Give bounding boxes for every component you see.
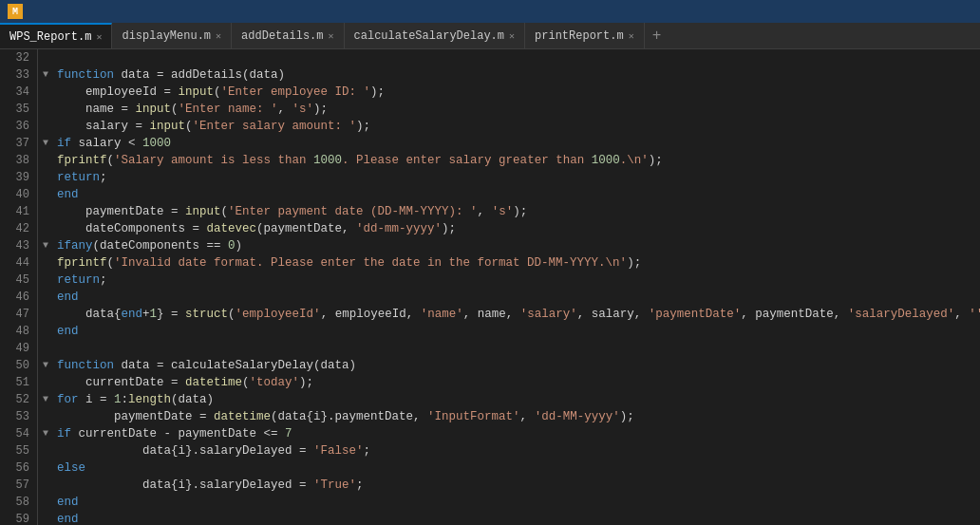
code-line: name = input('Enter name: ', 's'); (57, 101, 980, 118)
line-number: 39 (8, 169, 29, 186)
line-number: 52 (8, 391, 29, 408)
code-line: function data = addDetails(data) (57, 66, 980, 84)
line-number: 58 (8, 494, 29, 511)
collapse-marker (38, 408, 53, 425)
line-number: 47 (8, 306, 29, 323)
line-number: 32 (8, 49, 29, 66)
line-number: 45 (8, 272, 29, 289)
code-line: fprintf('Salary amount is less than 1000… (57, 152, 980, 169)
collapse-marker[interactable]: ▼ (38, 237, 53, 254)
tab-printReport-m[interactable]: printReport.m✕ (525, 23, 645, 48)
collapse-marker (38, 340, 53, 357)
line-number: 35 (8, 101, 29, 118)
line-number: 36 (8, 118, 29, 135)
code-line (57, 49, 980, 66)
tab-label: printReport.m (535, 29, 624, 43)
collapse-marker (38, 477, 53, 494)
editor-icon: M (8, 4, 23, 19)
tab-label: WPS_Report.m (9, 30, 91, 44)
line-number: 40 (8, 186, 29, 203)
line-number: 51 (8, 374, 29, 391)
code-line: if any(dateComponents == 0) (57, 237, 980, 254)
collapse-marker (38, 374, 53, 391)
tab-close-icon[interactable]: ✕ (96, 31, 102, 43)
code-line: data{i}.salaryDelayed = 'True'; (57, 477, 980, 494)
collapse-marker[interactable]: ▼ (38, 357, 53, 374)
line-number: 38 (8, 152, 29, 169)
add-tab-button[interactable]: + (645, 23, 669, 48)
line-numbers: 3233343536373839404142434445464748495051… (0, 49, 38, 525)
line-number: 59 (8, 511, 29, 525)
code-line: function data = calculateSalaryDelay(dat… (57, 357, 980, 374)
tab-close-icon[interactable]: ✕ (629, 30, 634, 42)
code-line: data{i}.salaryDelayed = 'False'; (57, 442, 980, 459)
code-line: if salary < 1000 (57, 135, 980, 152)
code-line: fprintf('Invalid date format. Please ent… (57, 254, 980, 272)
line-number: 50 (8, 357, 29, 374)
line-number: 46 (8, 289, 29, 306)
collapse-marker (38, 186, 53, 203)
code-line: for i = 1:length(data) (57, 391, 980, 408)
tab-WPS_Report-m[interactable]: WPS_Report.m✕ (0, 23, 112, 48)
collapse-marker (38, 152, 53, 169)
code-line: end (57, 494, 980, 511)
code-line: end (57, 289, 980, 306)
collapse-marker (38, 289, 53, 306)
code-line (57, 340, 980, 357)
code-line: end (57, 323, 980, 340)
code-line: data{end+1} = struct('employeeId', emplo… (57, 306, 980, 323)
collapse-markers[interactable]: ▼▼▼▼▼▼ (38, 49, 53, 525)
line-number: 56 (8, 459, 29, 477)
collapse-marker[interactable]: ▼ (38, 135, 53, 152)
collapse-marker[interactable]: ▼ (38, 66, 53, 84)
tab-displayMenu-m[interactable]: displayMenu.m✕ (112, 23, 232, 48)
collapse-marker[interactable]: ▼ (38, 425, 53, 442)
line-number: 44 (8, 254, 29, 272)
collapse-marker (38, 101, 53, 118)
code-line: end (57, 511, 980, 525)
code-line: employeeId = input('Enter employee ID: '… (57, 84, 980, 101)
line-number: 37 (8, 135, 29, 152)
code-line: salary = input('Enter salary amount: '); (57, 118, 980, 135)
tab-calculateSalaryDelay-m[interactable]: calculateSalaryDelay.m✕ (345, 23, 525, 48)
collapse-marker (38, 220, 53, 237)
code-line: paymentDate = input('Enter payment date … (57, 203, 980, 220)
tab-close-icon[interactable]: ✕ (216, 30, 221, 42)
line-number: 43 (8, 237, 29, 254)
code-line: return; (57, 169, 980, 186)
collapse-marker (38, 306, 53, 323)
code-line: dateComponents = datevec(paymentDate, 'd… (57, 220, 980, 237)
code-line: end (57, 186, 980, 203)
collapse-marker (38, 169, 53, 186)
code-line: if currentDate - paymentDate <= 7 (57, 425, 980, 442)
collapse-marker (38, 459, 53, 477)
line-number: 48 (8, 323, 29, 340)
collapse-marker (38, 511, 53, 525)
collapse-marker[interactable]: ▼ (38, 391, 53, 408)
code-line: paymentDate = datetime(data{i}.paymentDa… (57, 408, 980, 425)
tab-label: calculateSalaryDelay.m (354, 29, 504, 43)
tab-label: displayMenu.m (122, 29, 211, 43)
code-line: currentDate = datetime('today'); (57, 374, 980, 391)
collapse-marker (38, 442, 53, 459)
line-number: 57 (8, 477, 29, 494)
line-number: 55 (8, 442, 29, 459)
line-number: 54 (8, 425, 29, 442)
line-number: 42 (8, 220, 29, 237)
collapse-marker (38, 323, 53, 340)
tab-label: addDetails.m (241, 29, 323, 43)
collapse-marker (38, 254, 53, 272)
code-content: function data = addDetails(data) employe… (53, 49, 980, 525)
line-number: 53 (8, 408, 29, 425)
collapse-marker (38, 118, 53, 135)
tab-addDetails-m[interactable]: addDetails.m✕ (232, 23, 344, 48)
code-line: return; (57, 272, 980, 289)
tab-close-icon[interactable]: ✕ (509, 30, 515, 42)
collapse-marker (38, 49, 53, 66)
collapse-marker (38, 84, 53, 101)
title-bar: M (0, 0, 980, 23)
line-number: 33 (8, 66, 29, 84)
tab-close-icon[interactable]: ✕ (329, 30, 334, 42)
line-number: 41 (8, 203, 29, 220)
editor-container: 3233343536373839404142434445464748495051… (0, 49, 980, 525)
